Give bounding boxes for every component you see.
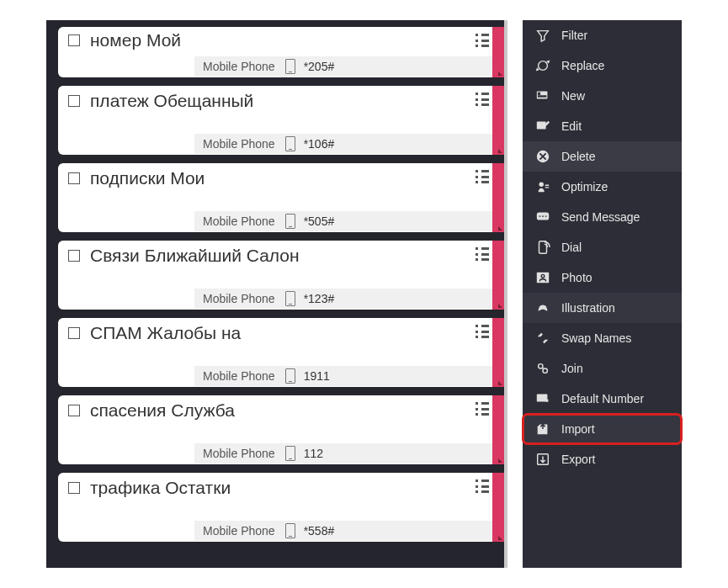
delete-icon: [534, 148, 551, 165]
svg-point-0: [539, 61, 548, 71]
card-accent[interactable]: [492, 318, 504, 387]
menu-new[interactable]: New: [523, 81, 682, 111]
menu-label: Replace: [561, 59, 604, 72]
list-icon[interactable]: [476, 170, 489, 183]
svg-point-11: [539, 306, 541, 308]
menu-label: Edit: [561, 119, 582, 133]
photo-icon: [534, 269, 551, 286]
card-accent[interactable]: [492, 241, 504, 310]
contact-card[interactable]: СПАМ Жалобы на Mobile Phone 1911: [58, 318, 504, 387]
contact-name: СПАМ Жалобы на: [90, 323, 241, 343]
menu-filter[interactable]: Filter: [523, 20, 682, 50]
phone-type: Mobile Phone: [194, 215, 285, 228]
menu-label: Join: [561, 362, 583, 375]
list-icon[interactable]: [476, 247, 489, 261]
mobile-icon: [285, 368, 295, 384]
phone-type: Mobile Phone: [194, 524, 285, 538]
menu-default-number[interactable]: Default Number: [523, 384, 682, 414]
menu-photo[interactable]: Photo: [523, 262, 682, 293]
edit-icon: [534, 118, 551, 135]
mobile-icon: [285, 446, 295, 461]
contact-checkbox[interactable]: [68, 34, 80, 46]
menu-label: Photo: [561, 271, 592, 284]
contact-card[interactable]: трафика Остатки Mobile Phone *558#: [58, 473, 504, 542]
card-accent[interactable]: [492, 27, 504, 77]
phone-number: *106#: [304, 137, 335, 151]
menu-import[interactable]: Import: [523, 414, 682, 444]
scrollbar[interactable]: [504, 20, 523, 568]
contact-name: трафика Остатки: [90, 478, 231, 498]
illustration-icon: [534, 299, 551, 316]
menu-label: New: [561, 89, 585, 103]
phone-type: Mobile Phone: [194, 292, 285, 305]
import-icon: [534, 421, 551, 437]
list-icon[interactable]: [476, 93, 489, 106]
menu-export[interactable]: Export: [523, 444, 682, 474]
menu-swap-names[interactable]: Swap Names: [523, 323, 682, 353]
contact-name: подписки Мои: [90, 168, 205, 188]
svg-rect-3: [539, 96, 546, 97]
menu-edit[interactable]: Edit: [523, 111, 682, 141]
contact-card[interactable]: спасения Служба Mobile Phone 112: [58, 395, 504, 464]
contact-checkbox[interactable]: [68, 95, 80, 107]
new-icon: [534, 87, 551, 104]
menu-dial[interactable]: Dial: [523, 232, 682, 262]
replace-icon: [534, 57, 551, 74]
card-accent[interactable]: [492, 395, 504, 464]
list-icon[interactable]: [476, 34, 489, 47]
card-accent[interactable]: [492, 163, 504, 232]
contact-checkbox[interactable]: [68, 482, 80, 494]
svg-rect-15: [537, 395, 548, 402]
contact-checkbox[interactable]: [68, 172, 80, 184]
export-icon: [534, 451, 551, 468]
phone-type: Mobile Phone: [194, 369, 285, 383]
contact-name: спасения Служба: [90, 400, 235, 421]
contact-card[interactable]: Связи Ближайший Салон Mobile Phone *123#: [58, 241, 504, 310]
menu-delete[interactable]: Delete: [523, 141, 682, 172]
menu-replace[interactable]: Replace: [523, 50, 682, 81]
card-accent[interactable]: [492, 473, 504, 542]
contact-checkbox[interactable]: [68, 327, 80, 339]
mobile-icon: [285, 59, 295, 74]
join-icon: [534, 360, 551, 377]
filter-icon: [534, 27, 551, 44]
menu-illustration[interactable]: Illustration: [523, 293, 682, 323]
contact-card[interactable]: номер Мой Mobile Phone *205#: [58, 27, 504, 77]
menu-label: Swap Names: [561, 331, 631, 345]
mobile-icon: [285, 214, 295, 229]
swap-icon: [534, 330, 551, 347]
menu-label: Illustration: [561, 301, 615, 315]
contact-name: Связи Ближайший Салон: [90, 246, 300, 266]
contact-card[interactable]: платеж Обещанный Mobile Phone *106#: [58, 86, 504, 155]
phone-type: Mobile Phone: [194, 447, 285, 460]
contacts-list: номер Мой Mobile Phone *205#: [46, 20, 504, 568]
menu-label: Filter: [561, 29, 587, 42]
list-icon[interactable]: [476, 325, 489, 338]
mobile-icon: [285, 523, 295, 538]
contact-checkbox[interactable]: [68, 405, 80, 416]
menu-label: Delete: [561, 150, 595, 163]
menu-join[interactable]: Join: [523, 353, 682, 384]
svg-point-12: [545, 306, 546, 308]
menu-label: Dial: [561, 241, 582, 254]
menu-send-message[interactable]: Send Message: [523, 202, 682, 232]
contact-name: платеж Обещанный: [90, 91, 253, 111]
optimize-icon: [534, 178, 551, 195]
list-icon[interactable]: [476, 479, 489, 493]
contact-card[interactable]: подписки Мои Mobile Phone *505#: [58, 163, 504, 232]
menu-label: Default Number: [561, 392, 644, 405]
contact-name: номер Мой: [90, 30, 181, 50]
phone-number: *205#: [304, 60, 335, 73]
menu-label: Optimize: [561, 180, 608, 193]
phone-number: *558#: [304, 524, 335, 538]
list-icon[interactable]: [476, 402, 489, 416]
phone-number: 1911: [304, 369, 330, 383]
phone-number: *123#: [304, 292, 335, 305]
phone-type: Mobile Phone: [194, 60, 285, 73]
card-accent[interactable]: [492, 86, 504, 155]
mobile-icon: [285, 291, 295, 306]
contact-checkbox[interactable]: [68, 250, 80, 262]
menu-optimize[interactable]: Optimize: [523, 172, 682, 202]
message-icon: [534, 209, 551, 225]
side-menu: Filter Replace New Edit Delete Optimize: [523, 20, 682, 568]
